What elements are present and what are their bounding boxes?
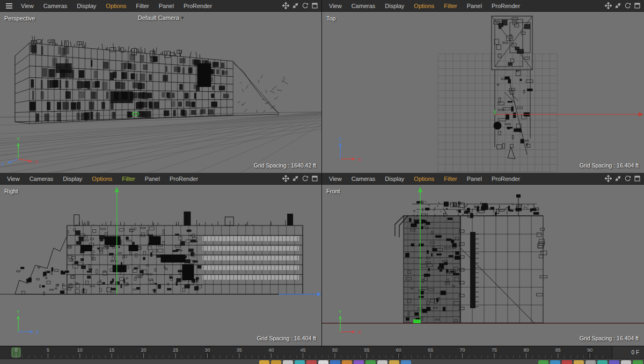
- menu-item-options[interactable]: Options: [409, 3, 439, 9]
- viewport-canvas-perspective[interactable]: YXZ Perspective Default Camera ▾ Grid Sp…: [0, 12, 321, 173]
- menu-item-prorender[interactable]: ProRender: [165, 176, 203, 182]
- menu-item-view[interactable]: View: [324, 3, 347, 9]
- toolbar-icon[interactable]: [295, 360, 305, 364]
- menu-item-options[interactable]: Options: [101, 3, 131, 9]
- menu-item-display[interactable]: Display: [380, 3, 409, 9]
- toolbar-icon[interactable]: [562, 360, 572, 364]
- toolbar-icon[interactable]: [342, 360, 352, 364]
- svg-text:30: 30: [204, 347, 210, 353]
- svg-text:35: 35: [237, 347, 242, 353]
- svg-text:40: 40: [268, 347, 274, 353]
- viewport-label: Top: [326, 15, 336, 21]
- zoom-icon[interactable]: [292, 175, 299, 182]
- viewport-menubar: ViewCamerasDisplayOptionsFilterPanelProR…: [0, 0, 321, 12]
- svg-text:10: 10: [77, 347, 83, 353]
- rotate-icon[interactable]: [624, 2, 631, 9]
- maximize-icon[interactable]: [634, 2, 641, 9]
- move-icon[interactable]: [605, 2, 612, 9]
- viewport-nav-icons: [605, 2, 644, 9]
- front-wireframe-scene: YX: [322, 185, 644, 346]
- viewport-perspective: ViewCamerasDisplayOptionsFilterPanelProR…: [0, 0, 322, 173]
- svg-text:20: 20: [141, 347, 147, 353]
- menu-item-view[interactable]: View: [2, 176, 25, 182]
- menu-icon[interactable]: [6, 5, 12, 6]
- menu-item-panel[interactable]: Panel: [140, 176, 165, 182]
- svg-text:Y: Y: [17, 136, 20, 142]
- menu-item-options[interactable]: Options: [409, 176, 439, 182]
- chevron-down-icon: ▾: [181, 15, 184, 20]
- menu-item-filter[interactable]: Filter: [439, 3, 462, 9]
- toolbar-icon[interactable]: [377, 360, 387, 364]
- rotate-icon[interactable]: [302, 2, 309, 9]
- rotate-icon[interactable]: [624, 175, 631, 182]
- toolbar-icon[interactable]: [259, 360, 269, 364]
- toolbar-icon[interactable]: [586, 360, 596, 364]
- perspective-wireframe-scene: YXZ: [0, 12, 321, 173]
- viewport-label: Perspective: [4, 15, 35, 21]
- viewport-top: ViewCamerasDisplayOptionsFilterPanelProR…: [322, 0, 644, 173]
- viewport-nav-icons: [282, 2, 321, 9]
- toolbar-icon[interactable]: [401, 360, 411, 364]
- menu-item-filter[interactable]: Filter: [439, 176, 462, 182]
- timeline-ruler[interactable]: 051015202530354045505560657075808590: [0, 346, 612, 359]
- toolbar-icon[interactable]: [574, 360, 584, 364]
- menu-item-view[interactable]: View: [324, 176, 347, 182]
- toolbar-icon[interactable]: [550, 360, 560, 364]
- menu-item-view[interactable]: View: [16, 3, 39, 9]
- menu-item-cameras[interactable]: Cameras: [347, 3, 380, 9]
- toolbar-icon[interactable]: [597, 360, 608, 364]
- camera-dropdown[interactable]: Default Camera ▾: [138, 14, 184, 21]
- menu-item-panel[interactable]: Panel: [462, 3, 487, 9]
- grid-spacing-readout: Grid Spacing : 1640.42 ft: [254, 162, 316, 169]
- toolbar-icon[interactable]: [538, 360, 548, 364]
- toolbar-icon[interactable]: [330, 360, 340, 364]
- menu-item-cameras[interactable]: Cameras: [347, 176, 380, 182]
- zoom-icon[interactable]: [614, 175, 621, 182]
- svg-text:80: 80: [523, 347, 529, 353]
- move-icon[interactable]: [282, 175, 289, 182]
- menu-item-display[interactable]: Display: [58, 176, 87, 182]
- menu-item-cameras[interactable]: Cameras: [25, 176, 58, 182]
- svg-text:85: 85: [555, 347, 561, 353]
- menu-item-panel[interactable]: Panel: [154, 3, 179, 9]
- viewport-label: Front: [326, 188, 340, 194]
- viewport-canvas-right[interactable]: YZ Right Grid Spacing : 16.404 ft: [0, 185, 321, 346]
- svg-text:X: X: [358, 330, 361, 335]
- toolbar-icon[interactable]: [306, 360, 317, 364]
- menu-item-prorender[interactable]: ProRender: [487, 176, 525, 182]
- toolbar-icon[interactable]: [354, 360, 364, 364]
- maximize-icon[interactable]: [311, 175, 318, 182]
- toolbar-icon[interactable]: [318, 360, 328, 364]
- menu-item-panel[interactable]: Panel: [462, 176, 487, 182]
- viewport-canvas-front[interactable]: YX Front Grid Spacing : 16.404 ft: [322, 185, 644, 346]
- zoom-icon[interactable]: [292, 2, 299, 9]
- maximize-icon[interactable]: [634, 175, 641, 182]
- toolbar-icon[interactable]: [389, 360, 399, 364]
- viewport-menubar: ViewCamerasDisplayOptionsFilterPanelProR…: [0, 173, 321, 185]
- zoom-icon[interactable]: [614, 2, 621, 9]
- menu-item-prorender[interactable]: ProRender: [487, 3, 525, 9]
- toolbar-icon[interactable]: [271, 360, 281, 364]
- menu-item-display[interactable]: Display: [380, 176, 409, 182]
- toolbar-icon[interactable]: [621, 360, 631, 364]
- svg-text:0: 0: [14, 347, 17, 353]
- current-frame-field[interactable]: 0 F: [612, 346, 644, 359]
- menu-item-display[interactable]: Display: [72, 3, 101, 9]
- maximize-icon[interactable]: [311, 2, 318, 9]
- menu-item-filter[interactable]: Filter: [117, 176, 140, 182]
- menu-item-filter[interactable]: Filter: [131, 3, 153, 9]
- app-window: ViewCamerasDisplayOptionsFilterPanelProR…: [0, 0, 644, 364]
- rotate-icon[interactable]: [302, 175, 309, 182]
- toolbar-icon[interactable]: [283, 360, 293, 364]
- menu-item-prorender[interactable]: ProRender: [179, 3, 217, 9]
- main-toolbar: [0, 359, 644, 364]
- toolbar-icon[interactable]: [609, 360, 619, 364]
- menu-item-cameras[interactable]: Cameras: [39, 3, 72, 9]
- toolbar-icon[interactable]: [365, 360, 376, 364]
- move-icon[interactable]: [605, 175, 612, 182]
- toolbar-icon[interactable]: [633, 360, 643, 364]
- menu-item-options[interactable]: Options: [87, 176, 117, 182]
- viewport-right: ViewCamerasDisplayOptionsFilterPanelProR…: [0, 173, 322, 346]
- move-icon[interactable]: [282, 2, 289, 9]
- viewport-canvas-top[interactable]: ZX Top Grid Spacing : 16.404 ft: [322, 12, 644, 173]
